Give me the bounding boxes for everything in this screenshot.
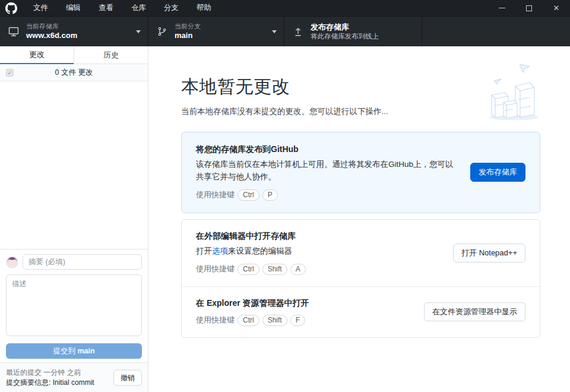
open-editor-card: 在外部编辑器中打开存储库 打开选项来设置您的编辑器 使用快捷键 Ctrl Shi… [182,220,540,286]
open-editor-body: 打开选项来设置您的编辑器 [196,245,441,258]
minimize-icon [499,8,505,8]
commit-branch-name: main [77,347,94,355]
kbd-a: A [290,264,306,275]
content-area: 更改 历史 ✓ 0 文件 更改 提交到 main [0,46,570,392]
chevron-down-icon [136,30,141,33]
user-avatar [6,256,18,268]
git-branch-icon [156,26,169,37]
commit-form: 提交到 main [0,249,148,362]
select-all-checkbox[interactable]: ✓ [6,69,14,77]
kbd-shift: Shift [262,315,287,326]
toolbar: 当前存储库 www.x6d.com 当前分支 main 发布存储库 将此存储库发… [0,17,570,46]
sidebar: 更改 历史 ✓ 0 文件 更改 提交到 main [0,46,148,392]
current-repository-button[interactable]: 当前存储库 www.x6d.com [0,17,148,46]
recent-commit-message: Initial commit [53,378,94,387]
menu-bar: 文件 编辑 查看 仓库 分支 帮助 [24,0,220,16]
menu-file[interactable]: 文件 [24,0,57,16]
recent-commit-label: 提交摘要信息: [6,378,50,387]
current-repository-label: 当前存储库 [26,23,77,31]
kbd-shift: Shift [262,264,287,275]
maximize-button[interactable] [515,0,543,16]
actions-card-group: 在外部编辑器中打开存储库 打开选项来设置您的编辑器 使用快捷键 Ctrl Shi… [181,219,540,338]
maximize-icon [526,5,532,11]
kbd-f: F [290,315,305,326]
kbd-ctrl: Ctrl [238,189,259,201]
current-repository-value: www.x6d.com [26,31,77,40]
titlebar: 文件 编辑 查看 仓库 分支 帮助 ✕ [0,0,570,17]
upload-icon [292,26,305,37]
open-editor-shortcut: 使用快捷键 Ctrl Shift A [196,264,441,275]
commit-to-branch-button[interactable]: 提交到 main [6,343,142,359]
current-branch-value: main [175,31,201,40]
open-in-editor-button[interactable]: 打开 Notepad++ [453,244,525,263]
open-explorer-shortcut: 使用快捷键 Ctrl Shift F [196,315,412,326]
menu-view[interactable]: 查看 [90,0,122,16]
options-link[interactable]: 选项 [212,246,228,255]
close-button[interactable]: ✕ [543,0,570,16]
tab-history[interactable]: 历史 [74,46,148,64]
chevron-down-icon [272,30,277,33]
publish-card-shortcut: 使用快捷键 Ctrl P [196,189,458,201]
menu-branch[interactable]: 分支 [155,0,188,16]
menu-help[interactable]: 帮助 [188,0,220,16]
current-branch-label: 当前分支 [175,23,201,31]
kbd-ctrl: Ctrl [238,315,259,326]
publish-card-body: 该存储库当前仅在本地计算机上可用。通过将其发布在GitHub上，您可以共享它并与… [196,159,458,184]
kbd-p: P [262,189,278,201]
recent-commit-panel: 最近的提交 一分钟 之前 提交摘要信息: Initial commit 撤销 [0,362,148,392]
sidebar-tabs: 更改 历史 [0,46,148,64]
menu-edit[interactable]: 编辑 [57,0,90,16]
open-editor-title: 在外部编辑器中打开存储库 [196,231,441,242]
publish-repository-subtitle: 将此存储库发布到线上 [311,32,379,40]
show-in-explorer-button[interactable]: 在文件资源管理器中显示 [424,302,525,321]
window-controls: ✕ [488,0,570,16]
publish-repository-button[interactable]: 发布存储库 [470,163,525,182]
github-logo-icon [5,2,17,14]
tab-changes[interactable]: 更改 [0,46,74,64]
open-explorer-card: 在 Explorer 资源管理器中打开 使用快捷键 Ctrl Shift F 在… [182,286,540,337]
commit-summary-input[interactable] [23,254,142,270]
publish-card-title: 将您的存储库发布到GitHub [196,144,458,155]
changes-summary-row: ✓ 0 文件 更改 [0,64,148,81]
menu-repository[interactable]: 仓库 [122,0,155,16]
current-branch-button[interactable]: 当前分支 main [148,17,284,46]
kbd-ctrl: Ctrl [238,264,259,275]
undo-button[interactable]: 撤销 [113,369,142,385]
main-panel: 本地暂无更改 当前本地存储库没有未提交的更改。您可以进行以下操作... 将您的存… [148,46,570,392]
publish-card: 将您的存储库发布到GitHub 该存储库当前仅在本地计算机上可用。通过将其发布在… [181,132,540,213]
empty-state-illustration [481,59,540,124]
computer-icon [7,26,20,37]
changes-list-empty [0,81,148,249]
publish-repository-title: 发布存储库 [311,23,379,32]
minimize-button[interactable] [488,0,515,16]
open-explorer-title: 在 Explorer 资源管理器中打开 [196,298,412,309]
commit-description-input[interactable] [6,274,142,336]
close-icon: ✕ [553,4,560,12]
changes-summary-text: 0 文件 更改 [0,68,148,78]
publish-repository-toolbar-button[interactable]: 发布存储库 将此存储库发布到线上 [284,17,422,46]
